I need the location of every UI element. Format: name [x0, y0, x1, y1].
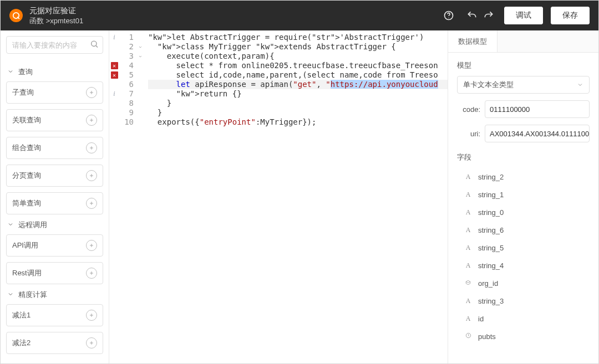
line-number: 2: [119, 42, 134, 52]
sidebar-group-title[interactable]: 精度计算: [7, 290, 102, 300]
plus-icon[interactable]: [86, 142, 97, 153]
sidebar-item[interactable]: Rest调用: [6, 262, 103, 284]
line-number: 8: [119, 99, 134, 108]
uri-input[interactable]: AX001344.AX001344.0111100000: [485, 125, 590, 142]
line-number: 5: [119, 70, 134, 80]
field-item[interactable]: pubts: [457, 327, 590, 345]
sidebar-item-label: Rest调用: [12, 268, 42, 278]
svg-point-4: [92, 41, 97, 46]
fields-section-label: 字段: [457, 152, 590, 162]
type-text-icon: A: [465, 226, 471, 234]
sidebar-item[interactable]: 子查询: [6, 81, 103, 104]
left-sidebar: 查询子查询关联查询组合查询分页查询简单查询远程调用API调用Rest调用精度计算…: [1, 30, 109, 363]
field-item[interactable]: org_id: [457, 274, 590, 292]
sidebar-item[interactable]: 简单查询: [6, 192, 103, 214]
code-line[interactable]: "kw">let AbstractTrigger = require("str"…: [148, 33, 448, 42]
redo-icon[interactable]: [481, 8, 496, 23]
plus-icon[interactable]: [86, 310, 97, 321]
field-name: org_id: [478, 279, 498, 288]
type-time-icon: [465, 332, 471, 341]
search-icon[interactable]: [90, 40, 99, 50]
search-input[interactable]: [6, 36, 103, 54]
code-line[interactable]: }: [148, 99, 448, 108]
app-icon: [9, 9, 23, 22]
debug-button[interactable]: 调试: [504, 7, 543, 24]
chevron-down-icon: [7, 221, 15, 229]
sidebar-group-title[interactable]: 查询: [7, 67, 102, 77]
fold-arrow-icon[interactable]: [138, 42, 143, 52]
code-line[interactable]: execute(context,param){: [148, 52, 448, 61]
plus-icon[interactable]: [86, 115, 97, 126]
sidebar-item-label: 减法1: [12, 310, 31, 320]
line-number: 9: [119, 108, 134, 117]
code-line[interactable]: let apiResponse = apiman("get", "https:/…: [148, 80, 448, 89]
field-name: string_1: [478, 191, 504, 199]
plus-icon[interactable]: [86, 170, 97, 181]
top-actions: 调试 保存: [441, 7, 590, 24]
field-item[interactable]: Astring_5: [457, 239, 590, 257]
sidebar-item[interactable]: 减法2: [6, 332, 103, 354]
help-icon[interactable]: [441, 8, 456, 23]
undo-redo-group: [464, 8, 496, 23]
field-item[interactable]: Astring_3: [457, 292, 590, 310]
chevron-down-icon: [7, 291, 15, 299]
sidebar-group-title[interactable]: 远程调用: [7, 220, 102, 230]
field-name: pubts: [478, 332, 496, 341]
sidebar-group-label: 远程调用: [18, 220, 47, 230]
type-text-icon: A: [465, 191, 471, 199]
type-ref-icon: [465, 279, 471, 288]
app-root: 元据对应验证 函数 >xpmtest01 调试 保存: [0, 0, 599, 364]
sidebar-item[interactable]: API调用: [6, 234, 103, 257]
info-marker-icon[interactable]: i: [113, 33, 115, 42]
field-item[interactable]: Astring_2: [457, 168, 590, 186]
code-line[interactable]: "kw">class MyTrigger "kw">extends Abstra…: [148, 42, 448, 52]
plus-icon[interactable]: [86, 337, 97, 348]
code-line[interactable]: select * from online0205.treeucfbase.tre…: [148, 61, 448, 70]
svg-marker-24: [466, 280, 470, 283]
code-line[interactable]: }: [148, 108, 448, 117]
fold-arrow-icon[interactable]: [138, 52, 143, 61]
field-name: id: [478, 315, 484, 323]
field-name: string_5: [478, 244, 504, 252]
model-select[interactable]: 单卡文本全类型: [457, 76, 590, 94]
code-value: 0111100000: [490, 105, 530, 114]
sidebar-item-label: 关联查询: [12, 115, 41, 125]
field-item[interactable]: Astring_0: [457, 203, 590, 221]
error-marker-icon[interactable]: ✕: [111, 71, 118, 79]
field-item[interactable]: Astring_1: [457, 186, 590, 203]
sidebar-item[interactable]: 分页查询: [6, 165, 103, 187]
code-line[interactable]: "kw">return {}: [148, 89, 448, 99]
chevron-down-icon: [7, 68, 15, 76]
plus-icon[interactable]: [86, 268, 97, 279]
svg-point-3: [448, 18, 449, 18]
type-text-icon: A: [465, 244, 471, 252]
sidebar-item[interactable]: 关联查询: [6, 109, 103, 131]
breadcrumb-prefix: 函数 >: [29, 17, 50, 25]
field-item[interactable]: Astring_6: [457, 221, 590, 239]
info-marker-icon[interactable]: i: [113, 89, 115, 99]
code-editor[interactable]: i✕✕i 12345678910 "kw">let AbstractTrigge…: [109, 30, 448, 363]
field-item[interactable]: Aid: [457, 310, 590, 327]
line-number: 10: [119, 117, 134, 127]
type-text-icon: A: [465, 262, 471, 270]
plus-icon[interactable]: [86, 240, 97, 251]
code-area[interactable]: "kw">let AbstractTrigger = require("str"…: [144, 30, 448, 363]
breadcrumb-name[interactable]: xpmtest01: [50, 17, 83, 25]
sidebar-item[interactable]: 组合查询: [6, 137, 103, 159]
uri-row: uri: AX001344.AX001344.0111100000: [457, 125, 590, 142]
plus-icon[interactable]: [86, 198, 97, 209]
sidebar-item-label: 简单查询: [12, 198, 41, 208]
title-block: 元据对应验证 函数 >xpmtest01: [29, 6, 83, 25]
save-button[interactable]: 保存: [551, 7, 590, 24]
line-number: 4: [119, 61, 134, 70]
code-line[interactable]: select id,code,name,parent,(select name,…: [148, 70, 448, 80]
tab-data-model[interactable]: 数据模型: [448, 30, 498, 52]
plus-icon[interactable]: [86, 87, 97, 98]
code-input[interactable]: 0111100000: [485, 100, 590, 118]
error-marker-icon[interactable]: ✕: [111, 62, 118, 69]
topbar: 元据对应验证 函数 >xpmtest01 调试 保存: [1, 1, 598, 30]
undo-icon[interactable]: [464, 8, 480, 23]
field-item[interactable]: Astring_4: [457, 257, 590, 274]
sidebar-item[interactable]: 减法1: [6, 304, 103, 326]
code-line[interactable]: exports({"entryPoint":MyTrigger});: [148, 117, 448, 127]
